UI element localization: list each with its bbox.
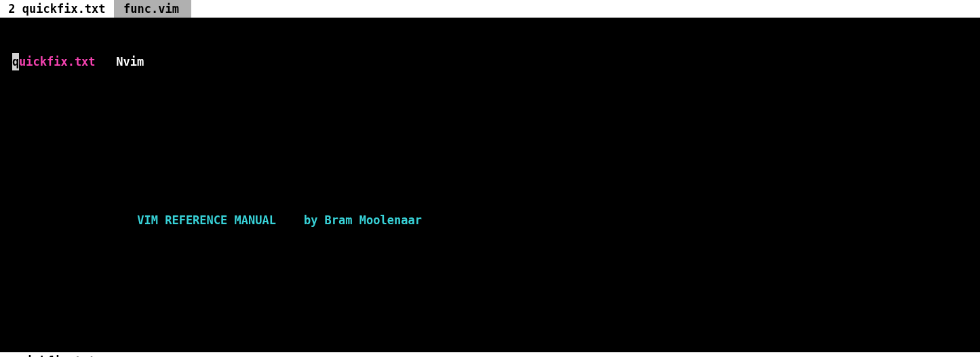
editor-blank-2 [12,159,980,176]
tab-inactive[interactable]: func.vim [114,0,191,18]
editor-blank-4 [12,317,980,335]
editor-line-1: quickfix.txt Nvim [12,53,980,70]
editor-blank-1 [12,106,980,123]
help-nvim-label: Nvim [116,55,144,68]
tab-line: 2 quickfix.txt func.vim [0,0,980,18]
tab-active-index: 2 [8,2,15,16]
help-file-tag: uickfix.txt [19,55,96,68]
manual-title-row: VIM REFERENCE MANUAL by Bram Moolenaar [12,211,980,229]
tab-active[interactable]: 2 quickfix.txt [0,0,114,18]
statusline-top: quickfix.txt [0,352,980,357]
cursor: q [12,53,19,70]
editor-blank-3 [12,264,980,282]
tab-inactive-name: func.vim [123,2,179,16]
statusline-top-text: quickfix.txt [12,354,96,357]
tab-active-name: quickfix.txt [22,2,106,16]
editor-window-top[interactable]: quickfix.txt Nvim VIM REFERENCE MANUAL b… [0,18,980,352]
manual-title: VIM REFERENCE MANUAL [137,213,276,227]
manual-author: by Bram Moolenaar [304,213,422,227]
